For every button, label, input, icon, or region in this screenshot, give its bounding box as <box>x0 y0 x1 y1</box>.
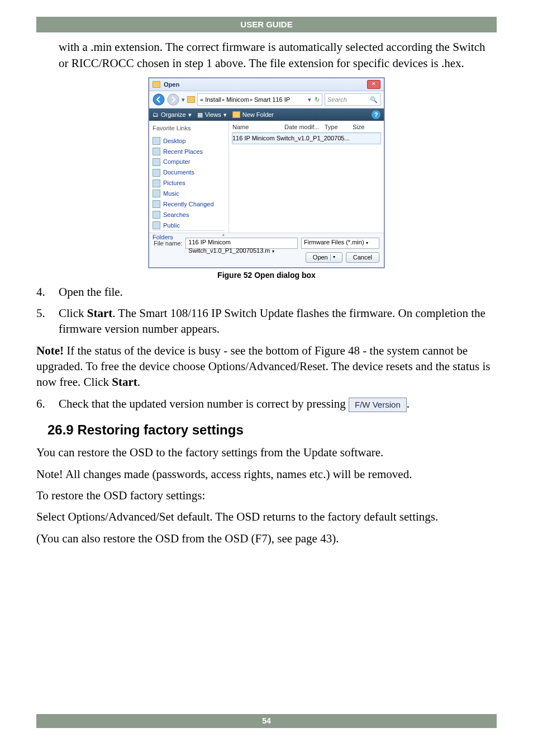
intro-paragraph: with a .min extension. The correct firmw… <box>59 39 497 71</box>
fav-desktop[interactable]: Desktop <box>153 137 225 145</box>
fav-label: Desktop <box>163 137 185 145</box>
folder-icon <box>187 96 195 103</box>
step-body: Open the file. <box>59 284 497 300</box>
chevron-down-icon: ▾ <box>330 254 335 261</box>
page-footer: 54 <box>36 714 497 728</box>
fav-computer[interactable]: Computer <box>153 158 225 166</box>
open-button-label: Open <box>313 253 328 262</box>
views-menu[interactable]: ▦ Views ▾ <box>197 111 227 119</box>
section-heading: 26.9 Restoring factory settings <box>47 421 497 439</box>
page-header: USER GUIDE <box>36 17 497 32</box>
fav-documents[interactable]: Documents <box>153 168 225 177</box>
bold-text: Start <box>112 375 137 389</box>
step-5: 5. Click Start. The Smart 108/116 IP Swi… <box>36 305 497 337</box>
computer-icon <box>153 158 160 166</box>
cancel-button[interactable]: Cancel <box>346 252 379 263</box>
step-number: 4. <box>36 284 59 300</box>
fav-label: Recent Places <box>163 148 203 156</box>
figure-open-dialog: Open ✕ ▾ « Install▸ Minicom▸ Smart 116 I… <box>36 78 497 268</box>
dialog-toolbar: 🗂 Organize ▾ ▦ Views ▾ New Folder ? <box>149 108 384 121</box>
breadcrumb[interactable]: « Install▸ Minicom▸ Smart 116 IP ▾ ↻ <box>197 93 322 106</box>
step-body: Click Start. The Smart 108/116 IP Switch… <box>59 305 497 337</box>
folder-icon <box>153 81 160 88</box>
dialog-navbar: ▾ « Install▸ Minicom▸ Smart 116 IP ▾ ↻ S… <box>149 91 384 108</box>
file-row[interactable]: 116 IP Minicom Switch_v1.0_P1_200705... <box>232 133 380 144</box>
favorites-header: Favorite Links <box>153 124 225 133</box>
para-1: You can restore the OSD to the factory s… <box>36 445 497 460</box>
chevron-down-icon: ▾ <box>366 240 368 245</box>
col-date[interactable]: Date modif... <box>284 123 325 131</box>
search-input[interactable]: Search 🔍 <box>325 93 380 106</box>
search-placeholder: Search <box>327 96 347 104</box>
fav-label: Recently Changed <box>163 200 214 209</box>
para-4: Select Options/Advanced/Set default. The… <box>36 509 497 525</box>
close-button[interactable]: ✕ <box>367 80 380 89</box>
step-body: Check that the updated version number is… <box>59 396 497 412</box>
organize-menu[interactable]: 🗂 Organize ▾ <box>153 111 192 119</box>
new-folder-button[interactable]: New Folder <box>232 111 274 119</box>
new-folder-label: New Folder <box>242 111 274 119</box>
note-label: Note! <box>36 344 64 357</box>
fav-public[interactable]: Public <box>153 221 225 230</box>
text: If the status of the device is busy - se… <box>36 344 490 389</box>
views-label: Views <box>205 111 221 119</box>
searches-icon <box>153 211 160 219</box>
crumb-1[interactable]: Minicom <box>226 96 249 104</box>
music-icon <box>153 190 160 197</box>
filename-label: File name: <box>154 239 182 248</box>
col-size[interactable]: Size <box>353 123 380 131</box>
note: Note! If the status of the device is bus… <box>36 343 497 390</box>
col-type[interactable]: Type <box>325 123 353 131</box>
refresh-icon[interactable]: ↻ <box>315 96 320 104</box>
filename-input[interactable]: 116 IP Minicom Switch_v1.0_P1_20070513.m… <box>185 238 298 249</box>
public-icon <box>153 221 160 229</box>
fav-label: Documents <box>163 168 194 177</box>
favorites-panel: Favorite Links Desktop Recent Places Com… <box>149 121 229 233</box>
fav-recently-changed[interactable]: Recently Changed <box>153 200 225 209</box>
text: Check that the updated version number is… <box>59 397 349 410</box>
fav-label: Public <box>163 221 180 230</box>
fw-version-button[interactable]: F/W Version <box>349 398 407 412</box>
note-body: Note! If the status of the device is bus… <box>36 343 497 390</box>
chevron-down-icon: ▾ <box>223 111 227 119</box>
open-button[interactable]: Open ▾ <box>306 252 342 263</box>
text: . <box>407 397 410 410</box>
back-button[interactable] <box>153 93 165 106</box>
para-3: To restore the OSD factory settings: <box>36 488 497 503</box>
dialog-titlebar: Open ✕ <box>149 78 384 91</box>
file-list-header: Name Date modif... Type Size <box>232 123 380 133</box>
documents-icon <box>153 169 160 177</box>
forward-button[interactable] <box>167 93 179 106</box>
crumb-0[interactable]: « Install <box>200 96 221 104</box>
organize-label: Organize <box>161 111 186 119</box>
fav-music[interactable]: Music <box>153 190 225 198</box>
chevron-right-icon: ▸ <box>250 96 253 103</box>
col-name[interactable]: Name <box>232 123 284 131</box>
help-button[interactable]: ? <box>372 110 380 119</box>
recent-places-icon <box>153 148 160 155</box>
filetype-select[interactable]: Firmware Files (*.min) ▾ <box>301 238 379 249</box>
dialog-title-text: Open <box>164 81 179 89</box>
chevron-down-icon: ▾ <box>188 111 192 119</box>
breadcrumb-dropdown-icon[interactable]: ▾ <box>308 96 311 104</box>
fav-searches[interactable]: Searches <box>153 211 225 219</box>
filetype-value: Firmware Files (*.min) <box>304 239 364 245</box>
step-number: 6. <box>36 396 59 412</box>
svg-point-1 <box>168 94 179 105</box>
bold-text: Start <box>87 306 113 320</box>
step-6: 6. Check that the updated version number… <box>36 396 497 412</box>
open-dialog: Open ✕ ▾ « Install▸ Minicom▸ Smart 116 I… <box>149 78 384 268</box>
fav-pictures[interactable]: Pictures <box>153 179 225 187</box>
search-icon: 🔍 <box>370 96 378 104</box>
crumb-2[interactable]: Smart 116 IP <box>254 96 290 104</box>
views-icon: ▦ <box>197 111 203 119</box>
file-name: 116 IP Minicom Switch_v1.0_P1_200705... <box>232 134 350 143</box>
fav-recent-places[interactable]: Recent Places <box>153 148 225 156</box>
text: . The Smart 108/116 IP Switch Update fla… <box>59 306 486 336</box>
chevron-down-icon: ▾ <box>272 249 274 254</box>
recently-changed-icon <box>153 200 160 208</box>
text: Click <box>59 306 87 320</box>
fav-label: Searches <box>163 211 189 219</box>
recent-dropdown-icon[interactable]: ▾ <box>182 96 185 104</box>
fav-label: Pictures <box>163 179 185 187</box>
